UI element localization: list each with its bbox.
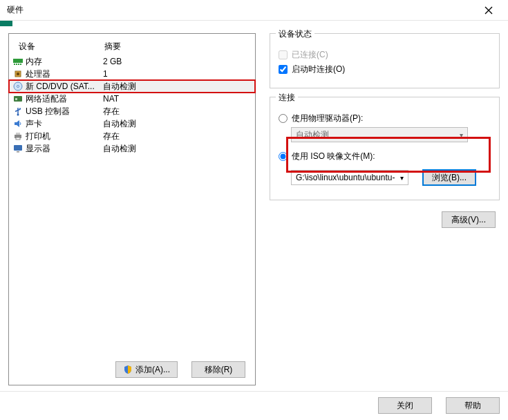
tab-marker-icon	[0, 21, 12, 26]
svg-rect-10	[15, 98, 17, 100]
dialog-footer: 关闭 帮助	[0, 391, 508, 419]
help-button[interactable]: 帮助	[446, 397, 500, 414]
close-icon	[485, 6, 493, 15]
svg-rect-0	[13, 59, 23, 63]
device-row[interactable]: 打印机存在	[9, 130, 255, 142]
device-name: USB 控制器	[26, 106, 70, 117]
svg-point-8	[17, 86, 19, 88]
device-row[interactable]: 处理器1	[9, 68, 255, 80]
svg-rect-9	[14, 96, 22, 102]
sound-icon	[13, 119, 23, 128]
autoconnect-checkbox[interactable]: 启动时连接(O)	[279, 64, 491, 75]
col-device: 设备	[15, 41, 104, 52]
device-name: 新 CD/DVD (SAT...	[26, 81, 95, 93]
remove-device-button[interactable]: 移除(R)	[191, 361, 245, 378]
add-device-button[interactable]: 添加(A)...	[115, 361, 178, 378]
connected-checkbox-input	[279, 50, 288, 59]
tab-strip	[0, 21, 508, 28]
device-list-panel: 设备 摘要 内存2 GB处理器1新 CD/DVD (SAT...自动检测网络适配…	[8, 33, 256, 385]
shield-icon	[123, 365, 133, 374]
device-summary: 1	[103, 69, 252, 79]
svg-rect-12	[19, 108, 21, 110]
device-summary: 自动检测	[103, 81, 252, 93]
svg-point-13	[15, 111, 17, 112]
device-status-group: 设备状态 已连接(C) 启动时连接(O)	[270, 33, 500, 88]
device-name: 网络适配器	[26, 93, 67, 105]
physical-drive-radio-input[interactable]	[279, 114, 288, 123]
titlebar: 硬件	[0, 0, 508, 21]
printer-icon	[13, 131, 23, 141]
usb-icon	[13, 106, 23, 116]
nic-icon	[13, 94, 23, 104]
svg-rect-18	[17, 151, 19, 153]
device-name: 处理器	[26, 68, 50, 80]
svg-rect-17	[14, 145, 22, 151]
connection-group: 连接 使用物理驱动器(P): 自动检测 ▾ 使用 ISO 映像文件(M): G:…	[270, 97, 500, 200]
device-row[interactable]: 内存2 GB	[9, 55, 255, 68]
svg-rect-1	[14, 64, 15, 65]
device-summary: 存在	[103, 106, 252, 117]
device-name: 显示器	[26, 143, 50, 155]
device-row[interactable]: 网络适配器NAT	[9, 93, 255, 105]
device-row[interactable]: USB 控制器存在	[9, 105, 255, 117]
connection-legend: 连接	[276, 92, 298, 104]
device-table-header: 设备 摘要	[9, 38, 255, 55]
iso-path-select[interactable]: G:\iso\linux\ubuntu\ubuntu- ▾	[291, 170, 408, 185]
window-title: 硬件	[7, 4, 23, 16]
display-icon	[13, 144, 23, 153]
svg-rect-16	[16, 137, 20, 140]
device-summary: 2 GB	[103, 57, 252, 66]
col-summary: 摘要	[104, 41, 250, 52]
svg-point-11	[17, 114, 19, 116]
memory-icon	[13, 57, 23, 66]
device-name: 打印机	[26, 131, 50, 142]
device-summary: 自动检测	[103, 143, 252, 155]
device-summary: 自动检测	[103, 118, 252, 130]
svg-rect-2	[16, 64, 17, 65]
device-row[interactable]: 新 CD/DVD (SAT...自动检测	[9, 80, 255, 93]
advanced-button[interactable]: 高级(V)...	[442, 211, 496, 228]
svg-rect-6	[17, 73, 19, 75]
svg-rect-15	[16, 133, 20, 135]
svg-rect-4	[20, 64, 21, 65]
device-row[interactable]: 显示器自动检测	[9, 142, 255, 155]
device-name: 内存	[26, 56, 42, 68]
browse-button[interactable]: 浏览(B)...	[422, 169, 476, 186]
iso-file-radio[interactable]: 使用 ISO 映像文件(M):	[279, 151, 491, 162]
chevron-down-icon: ▾	[400, 174, 404, 182]
disc-icon	[13, 82, 23, 91]
device-row[interactable]: 声卡自动检测	[9, 117, 255, 130]
autoconnect-checkbox-input[interactable]	[279, 65, 288, 74]
close-button[interactable]: 关闭	[378, 397, 432, 414]
device-summary: NAT	[103, 94, 252, 104]
device-name: 声卡	[26, 118, 42, 130]
physical-drive-radio[interactable]: 使用物理驱动器(P):	[279, 113, 491, 124]
device-status-legend: 设备状态	[276, 28, 314, 40]
close-window-button[interactable]	[475, 1, 502, 20]
connected-checkbox[interactable]: 已连接(C)	[279, 49, 491, 61]
physical-drive-select[interactable]: 自动检测 ▾	[291, 127, 468, 142]
iso-file-radio-input[interactable]	[279, 152, 288, 161]
cpu-icon	[13, 69, 23, 79]
device-summary: 存在	[103, 131, 252, 142]
chevron-down-icon: ▾	[460, 131, 463, 139]
svg-rect-3	[18, 64, 19, 65]
